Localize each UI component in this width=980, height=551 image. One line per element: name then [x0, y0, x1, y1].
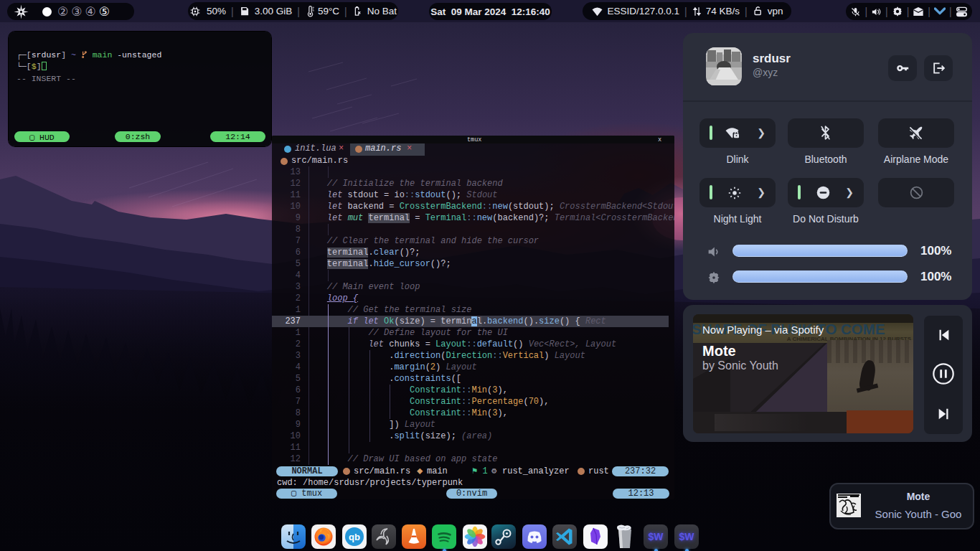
svg-text:qb: qb	[349, 532, 360, 542]
